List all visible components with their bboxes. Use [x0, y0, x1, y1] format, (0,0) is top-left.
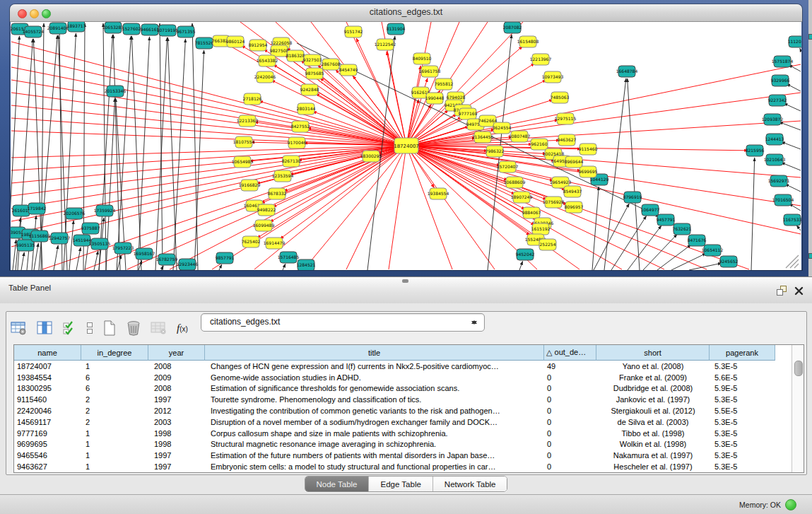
table-scrollbar[interactable]: [792, 345, 804, 472]
cell-short[interactable]: Jankovic et al. (1997): [596, 395, 710, 404]
column-header-short[interactable]: short: [596, 345, 710, 361]
cell-out_de[interactable]: 0: [544, 440, 596, 448]
table-row[interactable]: 977716911998Corpus callosum shape and si…: [14, 428, 804, 439]
cell-year[interactable]: 2009: [148, 373, 205, 382]
cell-out_de[interactable]: 0: [544, 384, 596, 392]
cell-pagerank[interactable]: 5.9E-5: [710, 384, 775, 392]
cell-pagerank[interactable]: 5.3E-5: [710, 418, 775, 426]
cell-short[interactable]: Franke et al. (2009): [596, 373, 710, 382]
cell-short[interactable]: Stergiakouli et al. (2012): [596, 407, 710, 415]
cell-in_degree[interactable]: 1: [81, 440, 148, 448]
cell-year[interactable]: 2003: [148, 418, 205, 426]
cell-pagerank[interactable]: 5.6E-5: [710, 373, 775, 382]
cell-name[interactable]: 14569117: [14, 418, 81, 426]
tab-edge-table[interactable]: Edge Table: [369, 477, 433, 491]
cell-pagerank[interactable]: 5.3E-5: [710, 440, 775, 448]
network-window-titlebar[interactable]: citations_edges.txt: [10, 4, 802, 22]
memory-status-indicator[interactable]: [785, 499, 796, 510]
cell-name[interactable]: 9777169: [14, 429, 81, 438]
delete-table-icon[interactable]: [126, 320, 141, 336]
cell-out_de[interactable]: 0: [544, 418, 596, 426]
cell-pagerank[interactable]: 5.3E-5: [710, 395, 775, 404]
cell-name[interactable]: 9115460: [14, 395, 81, 404]
cell-pagerank[interactable]: 5.3E-5: [710, 362, 775, 370]
table-row[interactable]: 946362711997Embryonic stem cells: a mode…: [14, 461, 804, 472]
column-header-pagerank[interactable]: pagerank: [710, 345, 775, 361]
cell-short[interactable]: Yano et al. (2008): [596, 362, 710, 370]
panel-divider-grip[interactable]: [402, 279, 408, 283]
column-header-out_de[interactable]: △ out_de…: [544, 345, 596, 361]
cell-short[interactable]: Nakamura et al. (1997): [596, 451, 710, 460]
cell-name[interactable]: 9465546: [14, 451, 81, 460]
scrollbar-thumb[interactable]: [794, 361, 803, 376]
table-row[interactable]: 1872400712008Changes of HCN gene express…: [14, 361, 804, 372]
cell-name[interactable]: 18724007: [14, 362, 81, 370]
cell-in_degree[interactable]: 1: [81, 429, 148, 438]
tab-node-table[interactable]: Node Table: [305, 477, 370, 491]
cell-year[interactable]: 2008: [148, 384, 205, 392]
cell-out_de[interactable]: 0: [544, 462, 596, 471]
cell-title[interactable]: Estimation of the future numbers of pati…: [205, 451, 544, 460]
cell-out_de[interactable]: 49: [544, 362, 596, 370]
cell-in_degree[interactable]: 2: [81, 418, 148, 426]
cell-title[interactable]: Investigating the contribution of common…: [205, 407, 544, 415]
cell-name[interactable]: 9463627: [14, 462, 81, 471]
show-columns-icon[interactable]: [37, 321, 54, 335]
cell-title[interactable]: Corpus callosum shape and size in male p…: [205, 429, 544, 438]
table-row[interactable]: 1830029562008Estimation of significance …: [14, 383, 804, 395]
table-settings-icon[interactable]: [11, 321, 28, 335]
cell-year[interactable]: 2008: [148, 362, 205, 370]
cell-name[interactable]: 22420046: [14, 407, 81, 415]
cell-out_de[interactable]: 0: [544, 395, 596, 404]
new-table-icon[interactable]: [102, 320, 117, 336]
cell-name[interactable]: 18300295: [14, 384, 81, 392]
table-row[interactable]: 911546021997Tourette syndrome. Phenomeno…: [14, 394, 804, 405]
cell-year[interactable]: 2012: [148, 407, 205, 415]
cell-year[interactable]: 1997: [148, 395, 205, 404]
cell-out_de[interactable]: 0: [544, 429, 596, 438]
column-header-name[interactable]: name: [14, 345, 81, 361]
table-row[interactable]: 1456911722003Disruption of a novel membe…: [14, 416, 804, 428]
cell-short[interactable]: Dudbridge et al. (2008): [596, 384, 710, 392]
cell-year[interactable]: 1998: [148, 440, 205, 448]
function-builder-icon[interactable]: f(x): [177, 322, 188, 334]
cell-year[interactable]: 1997: [148, 451, 205, 460]
cell-out_de[interactable]: 0: [544, 407, 596, 415]
column-header-year[interactable]: year: [148, 345, 205, 361]
cell-title[interactable]: Disruption of a novel member of a sodium…: [205, 418, 544, 426]
cell-short[interactable]: Tibbo et al. (1998): [596, 429, 710, 438]
cell-title[interactable]: Structural magnetic resonance image aver…: [205, 440, 544, 448]
cell-name[interactable]: 9699695: [14, 440, 81, 448]
cell-short[interactable]: Hescheler et al. (1997): [596, 462, 710, 471]
cell-in_degree[interactable]: 2: [81, 395, 148, 404]
cell-in_degree[interactable]: 1: [81, 462, 148, 471]
import-table-icon[interactable]: [151, 321, 167, 335]
column-header-title[interactable]: title: [205, 345, 544, 361]
table-row[interactable]: 969969511998Structural magnetic resonanc…: [14, 439, 804, 450]
cell-pagerank[interactable]: 5.5E-5: [710, 407, 775, 415]
column-header-in_degree[interactable]: in_degree: [81, 345, 148, 361]
table-row[interactable]: 946554611997Estimation of the future num…: [14, 450, 804, 461]
cell-in_degree[interactable]: 2: [81, 407, 148, 415]
table-row[interactable]: 1938455462009Genome-wide association stu…: [14, 372, 804, 383]
cell-in_degree[interactable]: 6: [81, 373, 148, 382]
cell-pagerank[interactable]: 5.3E-5: [710, 429, 775, 438]
cell-year[interactable]: 1997: [148, 462, 205, 471]
cell-title[interactable]: Estimation of significance thresholds fo…: [205, 384, 544, 392]
cell-title[interactable]: Tourette syndrome. Phenomenology and cla…: [205, 395, 544, 404]
float-window-icon[interactable]: [776, 285, 787, 299]
cell-short[interactable]: Wolkin et al. (1998): [596, 440, 710, 448]
cell-title[interactable]: Changes of HCN gene expression and I(f) …: [205, 362, 544, 370]
cell-year[interactable]: 1998: [148, 429, 205, 438]
network-canvas[interactable]: 2061533140557242089140618937171065328715…: [11, 22, 801, 270]
cell-in_degree[interactable]: 1: [81, 362, 148, 370]
table-row[interactable]: 2242004622012Investigating the contribut…: [14, 405, 804, 416]
cell-out_de[interactable]: 0: [544, 451, 596, 460]
cell-name[interactable]: 19384554: [14, 373, 81, 382]
cell-title[interactable]: Genome-wide association studies in ADHD.: [205, 373, 544, 382]
select-all-icon[interactable]: [63, 321, 77, 335]
clear-selection-icon[interactable]: [86, 321, 93, 335]
cell-in_degree[interactable]: 6: [81, 384, 148, 392]
cell-title[interactable]: Embryonic stem cells: a model to study s…: [205, 462, 544, 471]
cell-out_de[interactable]: 0: [544, 373, 596, 382]
